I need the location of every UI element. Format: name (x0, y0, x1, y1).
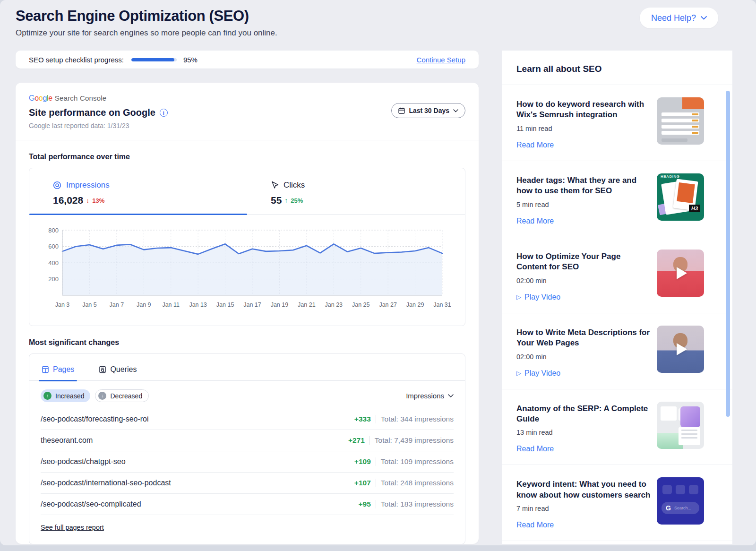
tab-pages[interactable]: Pages (39, 365, 77, 380)
change-value: +109 (354, 457, 371, 466)
article-thumbnail (657, 97, 704, 145)
svg-text:Jan 11: Jan 11 (162, 301, 180, 308)
svg-text:Jan 7: Jan 7 (110, 301, 124, 308)
read-more-link[interactable]: Read More (516, 445, 652, 453)
table-row[interactable]: /seo-podcast/seo-complicated +95 Total: … (41, 494, 454, 515)
svg-text:Jan 27: Jan 27 (379, 301, 397, 308)
svg-text:Jan 29: Jan 29 (406, 301, 424, 308)
table-row[interactable]: theseorant.com +271 Total: 7,439 impress… (41, 430, 454, 451)
article-meta: 02:00 min (516, 353, 652, 361)
divider (376, 479, 376, 487)
page-subtitle: Optimize your site for search engines so… (16, 28, 277, 38)
article-thumbnail (657, 402, 704, 449)
table-row[interactable]: /seo-podcast/international-seo-podcast +… (41, 473, 454, 494)
total-impressions: Total: 183 impressions (381, 500, 454, 508)
table-row[interactable]: /seo-podcast/chatgpt-seo +109 Total: 109… (41, 451, 454, 473)
date-range-label: Last 30 Days (409, 107, 449, 114)
change-value: +107 (354, 479, 371, 487)
checklist-progress-percent: 95% (183, 56, 198, 64)
performance-chart-card: Impressions 16,028 ↓ 13% Clicks (29, 168, 465, 326)
divider (376, 500, 376, 508)
read-more-link[interactable]: Read More (516, 141, 652, 149)
table-row[interactable]: /seo-podcast/forecasting-seo-roi +333 To… (41, 409, 454, 430)
play-video-link[interactable]: ▷Play Video (516, 293, 652, 301)
site-performance-title: Site performance on Google (29, 107, 155, 118)
google-logo-letter: e (48, 94, 52, 102)
list-item[interactable]: How to do keyword research with Wix's Se… (502, 85, 732, 161)
svg-text:200: 200 (48, 276, 59, 283)
tab-pages-label: Pages (53, 365, 74, 374)
page-header-text: Search Engine Optimization (SEO) Optimiz… (16, 8, 277, 38)
filter-increased[interactable]: ↑ Increased (41, 389, 90, 402)
increase-arrow-icon: ↑ (43, 392, 52, 400)
tab-queries[interactable]: Queries (96, 365, 139, 380)
svg-text:Jan 17: Jan 17 (243, 301, 261, 308)
checklist-bar: SEO setup checklist progress: 95% Contin… (16, 51, 479, 69)
video-thumbnail[interactable] (657, 250, 704, 297)
list-item[interactable]: How to Optimize Your Page Content for SE… (502, 237, 732, 313)
filter-chips-row: ↑ Increased ↓ Decreased Impressions (29, 381, 465, 409)
article-meta: 02:00 min (516, 277, 652, 284)
date-range-dropdown[interactable]: Last 30 Days (391, 103, 465, 118)
read-more-label: Read More (516, 217, 554, 225)
read-more-label: Read More (516, 521, 554, 529)
read-more-link[interactable]: Read More (516, 521, 652, 529)
svg-text:Jan 31: Jan 31 (433, 301, 451, 308)
filter-decreased[interactable]: ↓ Decreased (95, 389, 149, 402)
metric-row: Impressions 16,028 ↓ 13% Clicks (29, 168, 465, 206)
play-icon: ▷ (516, 370, 521, 377)
change-value: +333 (354, 415, 371, 423)
svg-text:Jan 19: Jan 19 (271, 301, 289, 308)
svg-text:Jan 21: Jan 21 (298, 301, 316, 308)
page-url: theseorant.com (41, 436, 348, 445)
checklist-progress-fill (131, 58, 174, 61)
filter-increased-label: Increased (55, 392, 84, 400)
clicks-metric-tab[interactable]: Clicks 55 ↑ 25% (247, 181, 465, 206)
google-logo-letter: G (29, 94, 34, 102)
svg-text:Jan 9: Jan 9 (137, 301, 151, 308)
read-more-link[interactable]: Read More (516, 217, 652, 225)
play-video-link[interactable]: ▷Play Video (516, 369, 652, 378)
play-video-label: Play Video (524, 293, 560, 301)
sort-dropdown[interactable]: Impressions (406, 392, 454, 400)
svg-text:Jan 23: Jan 23 (325, 301, 343, 308)
sidebar-column: Learn all about SEO How to do keyword re… (502, 51, 732, 544)
impressions-metric-tab[interactable]: Impressions 16,028 ↓ 13% (29, 181, 247, 206)
page-url: /seo-podcast/chatgpt-seo (41, 457, 354, 466)
list-item[interactable]: Header tags: What they are and how to us… (502, 161, 732, 237)
significant-changes-card: Pages Queries ↑ Increased ↓ (29, 353, 465, 544)
see-full-pages-report-link[interactable]: See full pages report (41, 524, 104, 531)
list-item[interactable]: Keyword intent: What you need to know ab… (502, 465, 732, 541)
total-impressions: Total: 248 impressions (381, 479, 454, 487)
search-console-label: Search Console (55, 94, 107, 102)
info-icon[interactable]: i (160, 109, 168, 117)
article-thumbnail: G Search... (657, 477, 704, 525)
svg-text:800: 800 (48, 227, 59, 234)
main-column: SEO setup checklist progress: 95% Contin… (16, 51, 479, 544)
site-performance-header: GoogleSearch Console Site performance on… (16, 83, 479, 140)
scrollbar-thumb[interactable] (726, 91, 730, 417)
google-logo-letter: o (34, 94, 39, 102)
svg-text:600: 600 (48, 243, 59, 250)
video-thumbnail[interactable] (657, 326, 704, 373)
page-url: /seo-podcast/international-seo-podcast (41, 479, 354, 487)
chevron-down-icon (701, 16, 707, 20)
svg-text:Jan 13: Jan 13 (189, 301, 207, 308)
need-help-button[interactable]: Need Help? (640, 8, 718, 28)
clicks-cursor-icon (271, 181, 279, 189)
continue-setup-link[interactable]: Continue Setup (417, 56, 465, 64)
down-arrow-icon: ↓ (86, 197, 89, 204)
svg-text:Jan 5: Jan 5 (82, 301, 97, 308)
list-item[interactable]: How to Write Meta Descriptions for Your … (502, 313, 732, 389)
list-item[interactable]: Anatomy of the SERP: A Complete Guide 13… (502, 389, 732, 465)
article-title: How to Write Meta Descriptions for Your … (516, 327, 652, 349)
google-search-console-logo: GoogleSearch Console (29, 94, 465, 103)
page-header: Search Engine Optimization (SEO) Optimiz… (0, 0, 756, 38)
last-reported-text: Google last reported data: 1/31/23 (29, 122, 465, 129)
changes-tabs: Pages Queries (29, 354, 465, 381)
svg-text:Jan 15: Jan 15 (216, 301, 234, 308)
page-url: /seo-podcast/forecasting-seo-roi (41, 415, 354, 423)
sort-dropdown-label: Impressions (406, 392, 444, 400)
site-performance-card: GoogleSearch Console Site performance on… (16, 83, 479, 544)
article-title: How to do keyword research with Wix's Se… (516, 99, 652, 121)
